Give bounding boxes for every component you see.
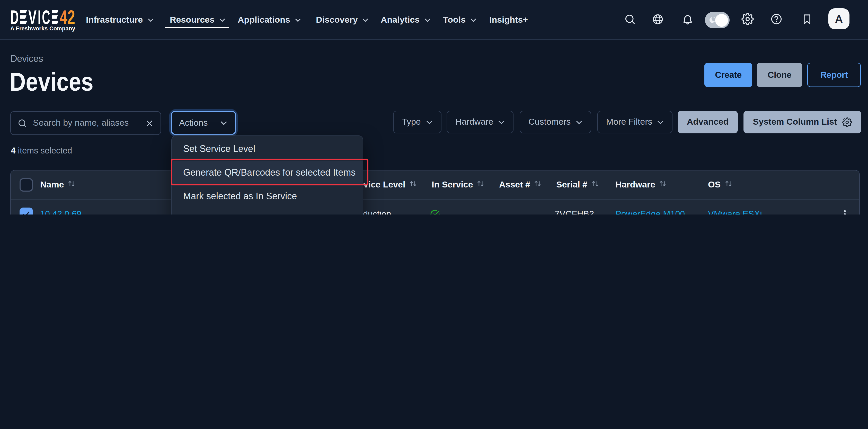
svg-text:42: 42: [60, 9, 75, 24]
svg-text:I: I: [38, 9, 41, 24]
svg-text:D: D: [10, 9, 19, 24]
svg-text:V: V: [28, 9, 36, 24]
svg-text:C: C: [42, 9, 50, 24]
